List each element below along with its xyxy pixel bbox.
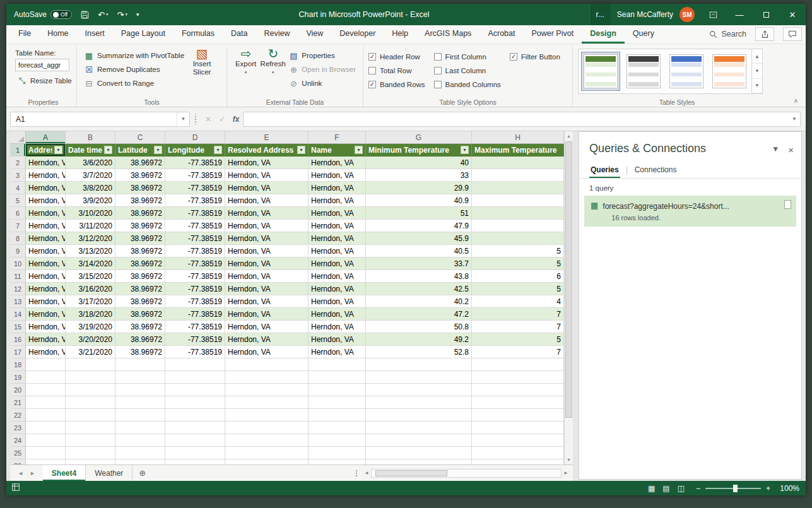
table-header-cell-D1[interactable]: Longitude▼ <box>165 144 225 157</box>
cell-C17[interactable]: 38.96972 <box>115 346 165 358</box>
row-header-6[interactable]: 6 <box>10 207 26 220</box>
cell-H15[interactable]: 7 <box>472 321 564 333</box>
ribbon-tab-insert[interactable]: Insert <box>77 25 113 44</box>
checkbox-icon[interactable] <box>434 53 442 61</box>
cell-D8[interactable]: -77.38519 <box>165 232 225 245</box>
cell-G10[interactable]: 33.7 <box>366 257 472 270</box>
cell-C10[interactable]: 38.96972 <box>115 257 165 270</box>
cell-E3[interactable]: Herndon, VA <box>225 169 309 182</box>
search-button[interactable]: Search <box>709 30 746 38</box>
filter-button[interactable]: ▼ <box>54 146 62 154</box>
cell-F7[interactable]: Herndon, VA <box>309 220 366 232</box>
cell-E22[interactable] <box>225 409 309 422</box>
option-first-column[interactable]: First Column <box>434 50 501 64</box>
row-header-26[interactable]: 26 <box>10 459 26 464</box>
cell-F11[interactable]: Herndon, VA <box>309 270 366 283</box>
option-banded-rows[interactable]: ✓Banded Rows <box>368 78 425 92</box>
cell-D23[interactable] <box>165 422 225 434</box>
sheet-tab-weather[interactable]: Weather <box>86 465 132 481</box>
checkbox-icon[interactable]: ✓ <box>510 53 517 61</box>
new-sheet-icon[interactable]: ⊕ <box>132 465 152 481</box>
resize-table-button[interactable]: ⤡ Resize Table <box>15 74 71 88</box>
row-header-3[interactable]: 3 <box>10 169 26 182</box>
row-header-21[interactable]: 21 <box>10 396 26 409</box>
ribbon-tab-view[interactable]: View <box>298 25 331 44</box>
checkbox-icon[interactable]: ✓ <box>368 81 376 88</box>
zoom-slider[interactable] <box>705 488 761 489</box>
cell-B9[interactable]: 3/13/2020 <box>66 245 115 257</box>
summarize-with-pivottable-button[interactable]: ▦ Summarize with PivotTable <box>82 49 186 62</box>
table-name-input[interactable] <box>15 59 69 71</box>
cell-H18[interactable] <box>472 358 564 371</box>
cell-G4[interactable]: 29.9 <box>366 182 472 194</box>
hscroll-track[interactable] <box>371 469 562 478</box>
cell-C15[interactable]: 38.96972 <box>115 321 165 333</box>
cell-D6[interactable]: -77.38519 <box>165 207 225 220</box>
panel-options-caret-icon[interactable]: ▼ <box>772 145 779 153</box>
cell-C12[interactable]: 38.96972 <box>115 283 165 295</box>
cell-H21[interactable] <box>472 396 564 409</box>
redo-caret-icon[interactable]: ▾ <box>125 12 127 17</box>
cell-B22[interactable] <box>66 409 115 422</box>
column-header-B[interactable]: B <box>66 131 115 144</box>
checkbox-icon[interactable] <box>434 81 442 88</box>
cell-A7[interactable]: Herndon, VA <box>26 220 66 232</box>
cell-D21[interactable] <box>165 396 225 409</box>
vertical-scrollbar[interactable]: ▲ ▼ <box>564 131 573 464</box>
insert-function-icon[interactable]: fx <box>229 115 243 124</box>
cell-D4[interactable]: -77.38519 <box>165 182 225 194</box>
cell-A13[interactable]: Herndon, VA <box>26 295 66 308</box>
ribbon-tab-help[interactable]: Help <box>384 25 416 44</box>
cell-C23[interactable] <box>115 422 165 434</box>
cell-B13[interactable]: 3/17/2020 <box>66 295 115 308</box>
undo-button[interactable]: ↶▾ <box>98 10 108 20</box>
cell-H5[interactable] <box>472 194 564 207</box>
cell-F22[interactable] <box>309 409 366 422</box>
cell-H12[interactable]: 5 <box>472 283 564 295</box>
cell-B21[interactable] <box>66 396 115 409</box>
checkbox-icon[interactable] <box>368 67 376 74</box>
cell-D24[interactable] <box>165 434 225 447</box>
cell-H9[interactable]: 5 <box>472 245 564 257</box>
cell-B11[interactable]: 3/15/2020 <box>66 270 115 283</box>
option-total-row[interactable]: Total Row <box>368 64 425 78</box>
cell-E8[interactable]: Herndon, VA <box>225 232 309 245</box>
cell-G23[interactable] <box>366 422 472 434</box>
row-header-16[interactable]: 16 <box>10 333 26 346</box>
cell-G8[interactable]: 45.9 <box>366 232 472 245</box>
column-header-F[interactable]: F <box>309 131 366 144</box>
cell-B26[interactable] <box>66 459 115 464</box>
ribbon-tab-file[interactable]: File <box>10 25 39 44</box>
cell-F8[interactable]: Herndon, VA <box>309 232 366 245</box>
sheet-nav-left-icon[interactable]: ◄ <box>18 470 23 476</box>
cell-A5[interactable]: Herndon, VA <box>26 194 66 207</box>
convert-to-range-button[interactable]: ⊟ Convert to Range <box>82 76 186 90</box>
close-button[interactable]: ✕ <box>779 4 806 25</box>
name-box-dropdown-icon[interactable]: ▼ <box>177 112 189 126</box>
cell-H14[interactable]: 7 <box>472 308 564 321</box>
cell-C22[interactable] <box>115 409 165 422</box>
page-break-view-icon[interactable]: ◫ <box>678 484 685 493</box>
cell-D17[interactable]: -77.38519 <box>165 346 225 358</box>
cell-D25[interactable] <box>165 447 225 459</box>
export-button[interactable]: ⇨ Export ▾ <box>232 47 259 90</box>
ribbon-tab-arcgis-maps[interactable]: ArcGIS Maps <box>416 25 480 44</box>
ribbon-tab-home[interactable]: Home <box>39 25 76 44</box>
cell-F10[interactable]: Herndon, VA <box>309 257 366 270</box>
cell-E26[interactable] <box>225 459 309 464</box>
cell-C6[interactable]: 38.96972 <box>115 207 165 220</box>
comments-button[interactable] <box>783 27 802 41</box>
cell-B14[interactable]: 3/18/2020 <box>66 308 115 321</box>
cell-E4[interactable]: Herndon, VA <box>225 182 309 194</box>
cell-G22[interactable] <box>366 409 472 422</box>
filter-button[interactable]: ▼ <box>297 146 305 154</box>
cell-C4[interactable]: 38.96972 <box>115 182 165 194</box>
cell-G17[interactable]: 52.8 <box>366 346 472 358</box>
horizontal-scrollbar[interactable]: ◄ ► <box>362 465 573 481</box>
cell-C11[interactable]: 38.96972 <box>115 270 165 283</box>
cell-G3[interactable]: 33 <box>366 169 472 182</box>
cell-D11[interactable]: -77.38519 <box>165 270 225 283</box>
filter-button[interactable]: ▼ <box>355 146 363 154</box>
scroll-right-icon[interactable]: ► <box>562 470 570 476</box>
cell-G26[interactable] <box>366 459 472 464</box>
